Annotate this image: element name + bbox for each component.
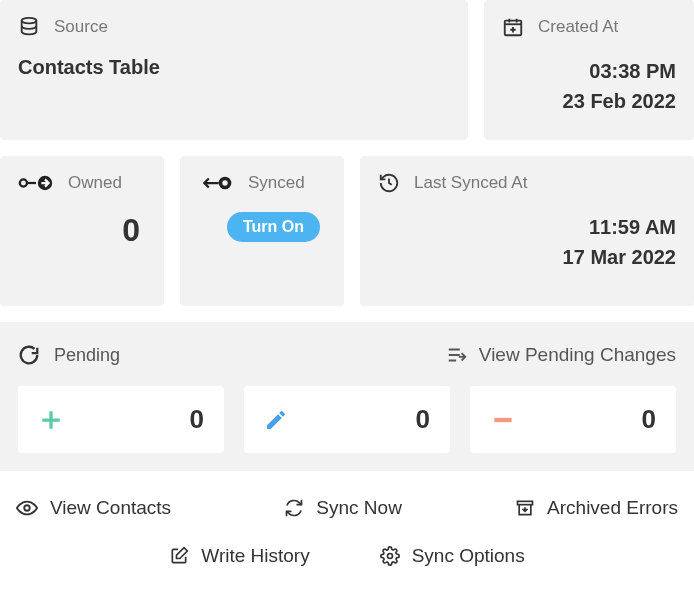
refresh-icon: [18, 344, 40, 366]
archive-icon: [515, 498, 535, 518]
svg-point-0: [22, 18, 37, 24]
owned-card: Owned 0: [0, 156, 164, 306]
view-pending-changes-button[interactable]: View Pending Changes: [445, 344, 676, 366]
actions-section: View Contacts Sync Now Arch: [0, 471, 694, 577]
history-icon: [378, 172, 400, 194]
pencil-icon: [264, 408, 288, 432]
write-history-label: Write History: [201, 545, 309, 567]
created-at-card: Created At 03:38 PM 23 Feb 2022: [484, 0, 694, 140]
database-icon: [18, 16, 40, 38]
sync-options-button[interactable]: Sync Options: [380, 545, 525, 567]
eye-icon: [16, 497, 38, 519]
sync-arrow-icon: [198, 172, 234, 194]
minus-icon: [490, 407, 516, 433]
view-pending-label: View Pending Changes: [479, 344, 676, 366]
svg-point-8: [387, 554, 392, 559]
pending-add-count: 0: [190, 404, 204, 435]
source-value: Contacts Table: [18, 56, 450, 79]
svg-rect-7: [518, 501, 533, 504]
calendar-plus-icon: [502, 16, 524, 38]
pending-remove-count: 0: [642, 404, 656, 435]
list-arrow-icon: [445, 344, 469, 366]
sync-now-button[interactable]: Sync Now: [284, 497, 402, 519]
synced-card: Synced Turn On: [180, 156, 344, 306]
source-card: Source Contacts Table: [0, 0, 468, 140]
source-label: Source: [54, 17, 108, 37]
sync-now-label: Sync Now: [316, 497, 402, 519]
last-synced-date: 17 Mar 2022: [378, 242, 676, 272]
pending-add-tile: 0: [18, 386, 224, 453]
last-synced-time: 11:59 AM: [378, 212, 676, 242]
edit-note-icon: [169, 546, 189, 566]
pending-edit-count: 0: [416, 404, 430, 435]
sync-icon: [284, 498, 304, 518]
synced-label: Synced: [248, 173, 305, 193]
pending-edit-tile: 0: [244, 386, 450, 453]
last-synced-card: Last Synced At 11:59 AM 17 Mar 2022: [360, 156, 694, 306]
pending-remove-tile: 0: [470, 386, 676, 453]
plus-icon: [38, 407, 64, 433]
key-arrow-icon: [18, 172, 54, 194]
archived-errors-label: Archived Errors: [547, 497, 678, 519]
svg-point-6: [24, 505, 30, 511]
sync-options-label: Sync Options: [412, 545, 525, 567]
last-synced-label: Last Synced At: [414, 173, 527, 193]
view-contacts-button[interactable]: View Contacts: [16, 497, 171, 519]
owned-count: 0: [18, 212, 146, 249]
svg-point-2: [20, 179, 27, 186]
created-at-date: 23 Feb 2022: [502, 86, 676, 116]
owned-label: Owned: [68, 173, 122, 193]
pending-section: Pending View Pending Changes 0: [0, 322, 694, 471]
created-at-time: 03:38 PM: [502, 56, 676, 86]
svg-point-5: [222, 180, 227, 185]
created-at-label: Created At: [538, 17, 618, 37]
gear-icon: [380, 546, 400, 566]
view-contacts-label: View Contacts: [50, 497, 171, 519]
archived-errors-button[interactable]: Archived Errors: [515, 497, 678, 519]
write-history-button[interactable]: Write History: [169, 545, 309, 567]
pending-label: Pending: [54, 345, 120, 366]
turn-on-button[interactable]: Turn On: [227, 212, 320, 242]
